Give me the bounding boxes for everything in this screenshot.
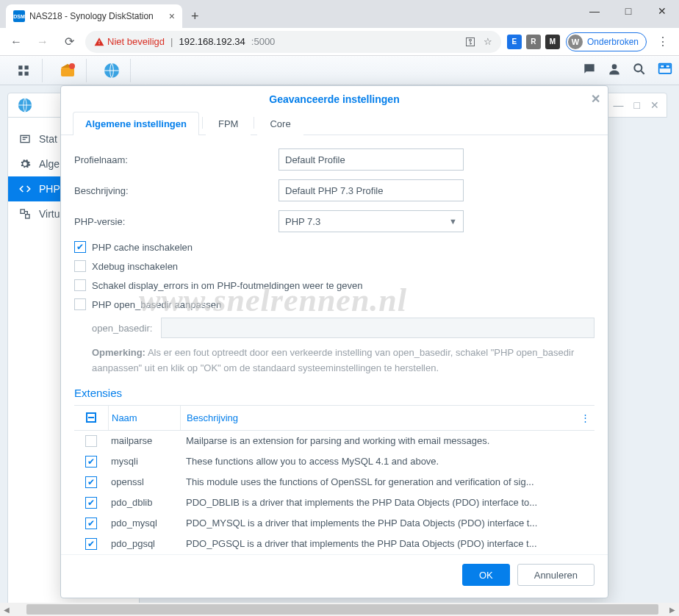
- extension-row[interactable]: pdo_mysqlPDO_MYSQL is a driver that impl…: [74, 513, 594, 534]
- description-input[interactable]: [279, 179, 464, 201]
- browser-menu-icon[interactable]: ⋮: [653, 32, 673, 52]
- extension-name: pdo_dblib: [108, 497, 180, 508]
- dsm-search-icon[interactable]: [632, 62, 647, 79]
- svg-rect-1: [24, 65, 28, 69]
- scrollbar-thumb[interactable]: [26, 604, 658, 615]
- dsm-user-icon[interactable]: [607, 62, 622, 79]
- extension-checkbox[interactable]: [85, 456, 97, 468]
- description-label: Beschrijving:: [74, 185, 279, 196]
- profile-name-label: Profielnaam:: [74, 154, 279, 165]
- extension-badge-m[interactable]: M: [545, 35, 560, 49]
- advanced-settings-modal: Geavanceerde instellingen ✕ Algemene ins…: [60, 85, 608, 598]
- extension-checkbox[interactable]: [85, 517, 97, 529]
- address-port: :5000: [251, 36, 276, 47]
- back-button[interactable]: ←: [6, 32, 26, 52]
- tab-core[interactable]: Core: [257, 112, 303, 135]
- profile-name-input[interactable]: [279, 148, 464, 171]
- extension-description: This module uses the functions of OpenSS…: [180, 476, 594, 487]
- svg-point-7: [612, 64, 617, 69]
- extension-checkbox[interactable]: [85, 538, 97, 550]
- open-basedir-checkbox[interactable]: [74, 298, 86, 310]
- modal-tabs: Algemene instellingen FPM Core: [61, 111, 608, 135]
- extension-name: openssl: [108, 476, 180, 487]
- open-basedir-checkbox-label: PHP open_basedir aanpassen: [92, 299, 221, 310]
- extensions-table-header: Naam Beschrijving ⋮: [74, 406, 594, 431]
- window-close-button[interactable]: ✕: [645, 0, 679, 22]
- column-header-name[interactable]: Naam: [108, 406, 180, 430]
- window-maximize-button[interactable]: □: [611, 0, 645, 22]
- modal-backdrop: Geavanceerde instellingen ✕ Algemene ins…: [0, 85, 679, 603]
- new-tab-button[interactable]: +: [182, 4, 208, 28]
- address-separator: |: [170, 36, 173, 47]
- profile-button[interactable]: W Onderbroken: [566, 32, 647, 51]
- horizontal-scrollbar[interactable]: ◀ ▶: [0, 603, 679, 616]
- extension-name: pdo_pgsql: [108, 538, 180, 549]
- browser-titlebar: DSM NAS218 - Synology DiskStation × + — …: [0, 0, 679, 28]
- scroll-right-icon[interactable]: ▶: [666, 603, 679, 616]
- extension-row[interactable]: pdo_dblibPDO_DBLIB is a driver that impl…: [74, 493, 594, 513]
- extension-row[interactable]: mailparseMailparse is an extension for p…: [74, 431, 594, 451]
- tab-title: NAS218 - Synology DiskStation: [29, 11, 154, 21]
- extension-description: PDO_DBLIB is a driver that implements th…: [180, 497, 594, 508]
- modal-close-icon[interactable]: ✕: [591, 92, 600, 106]
- open-basedir-note: Opmerking: Als er een fout optreedt door…: [74, 345, 594, 376]
- browser-tab[interactable]: DSM NAS218 - Synology DiskStation ×: [6, 4, 182, 28]
- browser-toolbar: ← → ⟳ Niet beveiligd | 192.168.192.34:50…: [0, 28, 679, 56]
- extension-checkbox[interactable]: [85, 476, 97, 488]
- extension-icons: E R M: [507, 35, 560, 49]
- tab-general[interactable]: Algemene instellingen: [73, 112, 199, 135]
- key-icon[interactable]: ⚿: [465, 35, 476, 48]
- svg-rect-11: [666, 65, 670, 68]
- select-all-checkbox[interactable]: [86, 412, 96, 423]
- extension-badge-e[interactable]: E: [507, 35, 522, 49]
- php-cache-checkbox[interactable]: [74, 241, 86, 253]
- extension-checkbox[interactable]: [85, 497, 97, 509]
- reload-button[interactable]: ⟳: [59, 32, 79, 52]
- display-errors-label: Schakel display_errors in om PHP-foutmel…: [92, 280, 363, 291]
- ok-button[interactable]: OK: [462, 564, 510, 586]
- extension-row[interactable]: opensslThis module uses the functions of…: [74, 472, 594, 493]
- dsm-chat-icon[interactable]: [582, 62, 597, 79]
- address-host: 192.168.192.34: [179, 36, 245, 47]
- extension-name: pdo_mysql: [108, 517, 180, 529]
- extension-row[interactable]: pdo_pgsqlPDO_PGSQL is a driver that impl…: [74, 534, 594, 554]
- open-basedir-label: open_basedir:: [92, 323, 152, 334]
- dsm-apps-icon[interactable]: [4, 59, 43, 82]
- table-menu-icon[interactable]: ⋮: [575, 412, 594, 423]
- tab-close-icon[interactable]: ×: [169, 10, 175, 22]
- profile-avatar: W: [568, 35, 583, 49]
- bookmark-star-icon[interactable]: ☆: [484, 36, 492, 47]
- php-version-select[interactable]: PHP 7.3 ▼: [279, 210, 464, 232]
- forward-button[interactable]: →: [32, 32, 53, 52]
- cancel-button[interactable]: Annuleren: [517, 564, 594, 586]
- svg-rect-10: [660, 65, 664, 68]
- extension-checkbox[interactable]: [85, 435, 97, 447]
- scroll-left-icon[interactable]: ◀: [0, 603, 13, 616]
- address-bar[interactable]: Niet beveiligd | 192.168.192.34:5000 ⚿ ☆: [85, 31, 501, 53]
- dsm-web-station-icon[interactable]: [93, 59, 131, 82]
- extension-row[interactable]: mysqliThese functions allow you to acces…: [74, 451, 594, 472]
- dsm-desktop: — □ ✕ Stat Alge PHP Virtu Geavanceerde i…: [0, 85, 679, 603]
- xdebug-checkbox[interactable]: [74, 260, 86, 272]
- dsm-toolbar: [0, 56, 679, 85]
- tab-fpm[interactable]: FPM: [206, 112, 251, 135]
- extension-badge-r[interactable]: R: [526, 35, 541, 49]
- display-errors-checkbox[interactable]: [74, 279, 86, 291]
- php-cache-label: PHP cache inschakelen: [92, 242, 193, 253]
- extension-name: mysqli: [108, 456, 180, 467]
- svg-point-5: [69, 63, 75, 69]
- extensions-table: Naam Beschrijving ⋮ mailparseMailparse i…: [74, 405, 594, 554]
- chevron-down-icon: ▼: [449, 217, 457, 226]
- dsm-widgets-icon[interactable]: [657, 62, 673, 79]
- modal-footer: OK Annuleren: [61, 554, 608, 598]
- svg-point-8: [634, 64, 642, 71]
- php-version-label: PHP-versie:: [74, 216, 279, 227]
- window-minimize-button[interactable]: —: [578, 0, 611, 22]
- profile-label: Onderbroken: [587, 37, 639, 47]
- column-header-description[interactable]: Beschrijving: [180, 406, 575, 430]
- extension-description: Mailparse is an extension for parsing an…: [180, 435, 594, 446]
- extension-name: mailparse: [108, 435, 180, 446]
- security-warning: Niet beveiligd: [94, 36, 165, 47]
- dsm-package-center-icon[interactable]: [48, 59, 87, 82]
- extension-description: PDO_MYSQL is a driver that implements th…: [180, 517, 594, 529]
